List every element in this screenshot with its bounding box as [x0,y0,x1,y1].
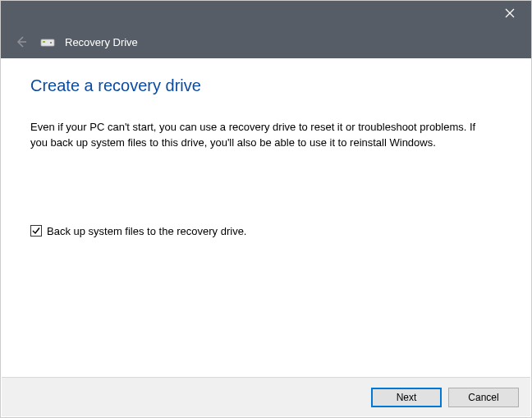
close-icon [505,8,515,18]
button-bar: Next Cancel [2,377,530,416]
content-area: Create a recovery drive Even if your PC … [1,58,531,378]
checkmark-icon [31,226,41,236]
backup-checkbox[interactable] [30,225,42,237]
next-button[interactable]: Next [371,388,442,407]
svg-rect-5 [50,42,52,44]
backup-checkbox-row[interactable]: Back up system files to the recovery dri… [30,225,502,237]
svg-rect-4 [43,41,45,43]
cancel-button[interactable]: Cancel [448,388,519,407]
close-button[interactable] [493,2,526,25]
wizard-title: Recovery Drive [65,36,138,48]
wizard-header: Recovery Drive [1,25,531,58]
back-arrow-icon [14,34,29,49]
page-description: Even if your PC can't start, you can use… [30,120,486,151]
backup-checkbox-label: Back up system files to the recovery dri… [47,225,246,237]
drive-icon [40,36,55,48]
titlebar [1,1,531,25]
back-button [12,33,30,51]
page-heading: Create a recovery drive [30,76,502,95]
